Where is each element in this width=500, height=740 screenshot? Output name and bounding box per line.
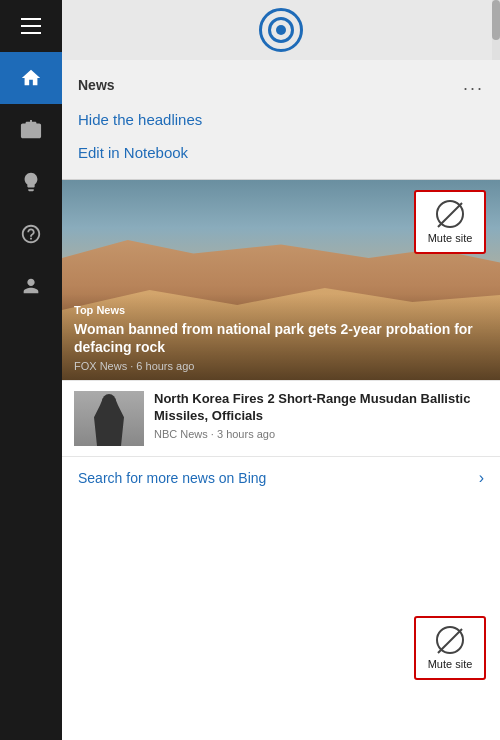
cortana-inner-ring	[268, 17, 294, 43]
mute-site-button-2[interactable]: Mute site	[414, 616, 486, 680]
search-more-button[interactable]: Search for more news on Bing ›	[62, 456, 500, 499]
scrollbar-thumb[interactable]	[492, 0, 500, 40]
sidebar	[0, 0, 62, 740]
news-item-1-source: NBC News · 3 hours ago	[154, 428, 488, 440]
edit-notebook-item[interactable]: Edit in Notebook	[62, 136, 500, 169]
hamburger-icon	[21, 18, 41, 34]
news-item-1-text: North Korea Fires 2 Short-Range Musudan …	[154, 391, 488, 446]
news-hero-tag: Top News	[74, 304, 488, 316]
news-hero-source: FOX News · 6 hours ago	[74, 360, 488, 372]
news-item-1-image	[74, 391, 144, 446]
hamburger-button[interactable]	[0, 0, 62, 52]
news-item-1[interactable]: North Korea Fires 2 Short-Range Musudan …	[62, 380, 500, 456]
search-more-text: Search for more news on Bing	[78, 470, 266, 486]
news-item-1-title: North Korea Fires 2 Short-Range Musudan …	[154, 391, 488, 425]
dropdown-menu: News ... Hide the headlines Edit in Note…	[62, 60, 500, 180]
news-hero-title: Woman banned from national park gets 2-y…	[74, 320, 488, 356]
home-icon	[20, 67, 42, 89]
sidebar-item-camera[interactable]	[0, 104, 62, 156]
sidebar-item-home[interactable]	[0, 52, 62, 104]
mute-icon-2	[436, 626, 464, 654]
sidebar-item-profile[interactable]	[0, 260, 62, 312]
figure-silhouette	[94, 398, 124, 446]
hide-headlines-item[interactable]: Hide the headlines	[62, 103, 500, 136]
news-content: Top News Woman banned from national park…	[62, 180, 500, 740]
lightbulb-icon	[20, 171, 42, 193]
sidebar-item-reminders[interactable]	[0, 156, 62, 208]
camera-icon	[20, 119, 42, 141]
search-more-arrow: ›	[479, 469, 484, 487]
cortana-logo	[259, 8, 303, 52]
dropdown-header: News ...	[62, 70, 500, 103]
cortana-dot	[276, 25, 286, 35]
news-hero-overlay: Top News Woman banned from national park…	[62, 294, 500, 380]
sidebar-item-help[interactable]	[0, 208, 62, 260]
dropdown-header-title: News	[78, 77, 115, 93]
main-content: News ... Hide the headlines Edit in Note…	[62, 0, 500, 740]
news-item-1-image-bg	[74, 391, 144, 446]
topbar	[62, 0, 500, 60]
mute-icon-1	[436, 200, 464, 228]
mute-site-button-1[interactable]: Mute site	[414, 190, 486, 254]
scrollbar[interactable]	[492, 0, 500, 60]
dropdown-dots-button[interactable]: ...	[463, 74, 484, 95]
mute-label-1: Mute site	[428, 232, 473, 244]
person-icon	[20, 275, 42, 297]
mute-label-2: Mute site	[428, 658, 473, 670]
help-icon	[20, 223, 42, 245]
